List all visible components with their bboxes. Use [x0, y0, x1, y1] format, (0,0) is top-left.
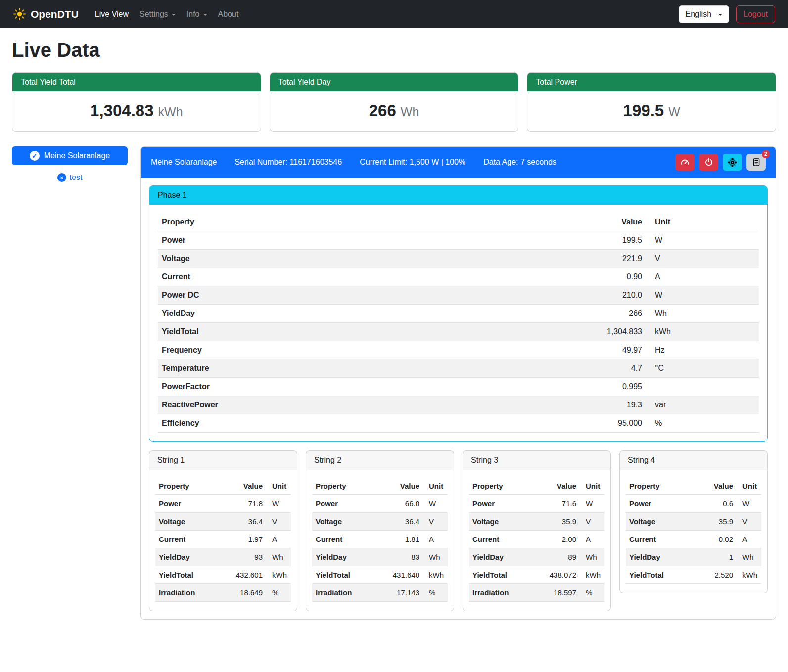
row-value: 83: [382, 548, 423, 566]
row-value: 1.97: [226, 531, 266, 548]
table-row: Power 66.0 W: [312, 495, 448, 513]
table-row: Power 199.5 W: [158, 231, 759, 250]
table-row: Irradiation 18.597 %: [469, 584, 604, 602]
nav-item-live-view-label: Live View: [95, 10, 129, 19]
row-unit: Hz: [646, 341, 759, 359]
nav-item-settings[interactable]: Settings: [134, 6, 181, 23]
summary-card-value: 1,304.83: [90, 101, 153, 120]
row-unit: W: [646, 286, 759, 305]
row-property: YieldTotal: [626, 566, 696, 584]
nav-item-live-view[interactable]: Live View: [90, 6, 134, 23]
logout-button[interactable]: Logout: [736, 5, 775, 23]
row-property: YieldTotal: [312, 566, 382, 584]
string-table: Property Value Unit Power: [312, 477, 448, 602]
table-row: YieldTotal 438.072 kWh: [469, 566, 604, 584]
row-unit: A: [266, 531, 291, 548]
brand[interactable]: OpenDTU: [13, 7, 79, 21]
row-value: 18.649: [226, 584, 266, 602]
string-table-body: Power 66.0 W Voltage 36.4 V: [312, 495, 448, 602]
row-property: Current: [469, 531, 539, 548]
summary-card-title: Total Yield Total: [12, 73, 261, 91]
chevron-down-icon: [718, 14, 722, 16]
sidebar-item-inverter[interactable]: ✓ Meine Solaranlage: [12, 146, 128, 165]
table-row: YieldTotal 431.640 kWh: [312, 566, 448, 584]
row-value: 0.995: [582, 378, 646, 396]
chevron-down-icon: [172, 14, 176, 16]
column-header-value: Value: [382, 477, 423, 495]
row-value: 49.97: [582, 341, 646, 359]
row-value: 1: [696, 548, 737, 566]
row-property: Voltage: [155, 513, 226, 531]
event-log-button[interactable]: 2: [746, 154, 766, 171]
sidebar-item-test[interactable]: ✕ test: [12, 173, 128, 182]
nav-item-about[interactable]: About: [213, 6, 244, 23]
row-unit: V: [646, 250, 759, 268]
row-unit: Wh: [646, 305, 759, 323]
row-property: Voltage: [158, 250, 582, 268]
row-value: 89: [539, 548, 580, 566]
page-title: Live Data: [12, 39, 776, 61]
string-card-4: String 4 Property Value Unit: [619, 450, 768, 593]
language-select[interactable]: English: [679, 5, 729, 23]
row-property: Efficiency: [158, 414, 582, 433]
string-card-body: Property Value Unit Power: [620, 470, 767, 593]
string-card-body: Property Value Unit Power: [463, 470, 610, 611]
row-property: Power: [312, 495, 382, 513]
row-unit: V: [580, 513, 604, 531]
row-property: Power DC: [158, 286, 582, 305]
row-unit: W: [580, 495, 604, 513]
summary-card-total-yield-day: Total Yield Day 266Wh: [270, 72, 519, 132]
row-unit: kWh: [737, 566, 761, 584]
summary-card-value: 266: [369, 101, 396, 120]
limit-settings-button[interactable]: [675, 154, 695, 171]
nav-item-about-label: About: [218, 10, 239, 19]
summary-card-body: 1,304.83kWh: [12, 91, 261, 131]
row-value: 18.597: [539, 584, 580, 602]
inverter-action-buttons: 2: [675, 154, 766, 171]
table-row: Power 0.6 W: [626, 495, 761, 513]
column-header-value: Value: [226, 477, 266, 495]
row-property: Current: [158, 268, 582, 286]
string-table: Property Value Unit Power: [626, 477, 761, 584]
row-value: 93: [226, 548, 266, 566]
strings-row: String 1 Property Value Unit: [149, 450, 768, 611]
table-row: Current 0.02 A: [626, 531, 761, 548]
sidebar-item-test-label: test: [70, 173, 83, 182]
row-property: Power: [626, 495, 696, 513]
row-value: 35.9: [696, 513, 737, 531]
row-unit: Wh: [580, 548, 604, 566]
summary-card-total-yield-total: Total Yield Total 1,304.83kWh: [12, 72, 261, 132]
inverter-limit: Current Limit: 1,500 W | 100%: [360, 158, 465, 167]
power-icon: [704, 158, 713, 167]
power-button[interactable]: [699, 154, 718, 171]
row-value: 210.0: [582, 286, 646, 305]
row-property: Voltage: [626, 513, 696, 531]
row-property: Power: [158, 231, 582, 250]
row-unit: W: [737, 495, 761, 513]
row-value: 431.640: [382, 566, 423, 584]
row-value: 71.8: [226, 495, 266, 513]
sun-icon: [13, 7, 26, 21]
row-property: YieldTotal: [158, 323, 582, 341]
string-card-title: String 1: [149, 451, 297, 470]
row-property: YieldTotal: [155, 566, 226, 584]
summary-card-total-power: Total Power 199.5W: [527, 72, 776, 132]
table-row: PowerFactor 0.995: [158, 378, 759, 396]
nav-item-info[interactable]: Info: [181, 6, 213, 23]
row-unit: kWh: [646, 323, 759, 341]
table-row: Voltage 36.4 V: [312, 513, 448, 531]
summary-card-title: Total Power: [527, 73, 776, 91]
row-unit: A: [580, 531, 604, 548]
table-header-row: Property Value Unit: [469, 477, 604, 495]
row-value: 0.90: [582, 268, 646, 286]
table-header-row: Property Value Unit: [155, 477, 291, 495]
row-unit: Wh: [266, 548, 291, 566]
check-circle-icon: ✓: [30, 151, 40, 161]
row-property: Current: [312, 531, 382, 548]
inverter-panel-body: Phase 1 Property Value Unit: [141, 178, 776, 619]
device-info-button[interactable]: [723, 154, 742, 171]
event-count-badge: 2: [762, 150, 770, 158]
table-row: Voltage 35.9 V: [626, 513, 761, 531]
row-value: 0.02: [696, 531, 737, 548]
nav-item-info-label: Info: [186, 10, 200, 19]
